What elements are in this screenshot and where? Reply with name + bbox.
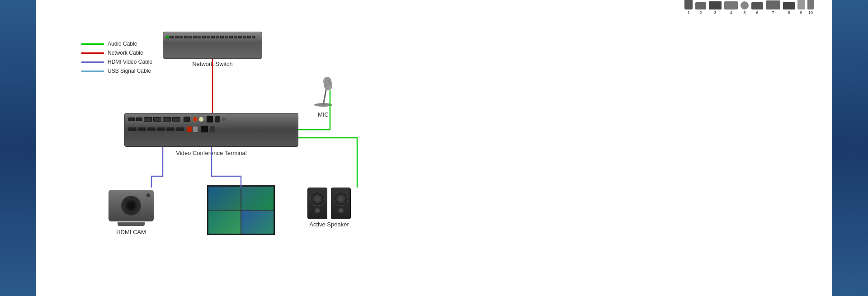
top-device-1: 1 — [684, 0, 693, 15]
top-device-10: 10 — [807, 0, 814, 15]
speaker-image — [307, 188, 351, 219]
switch-port — [179, 36, 183, 38]
network-label: Network Cable — [108, 50, 143, 56]
switch-port — [247, 36, 251, 38]
switch-port — [184, 36, 188, 38]
usb-label: USB Signal Cable — [108, 68, 151, 74]
switch-port — [166, 36, 170, 38]
legend-usb: USB Signal Cable — [81, 68, 152, 74]
top-device-4: 4 — [724, 1, 738, 15]
switch-port — [238, 36, 242, 38]
legend: Audio Cable Network Cable HDMI Video Cab… — [81, 41, 152, 77]
top-device-2: 2 — [695, 2, 706, 15]
switch-port — [229, 36, 233, 38]
top-device-6: 6 — [751, 2, 763, 15]
display-device — [207, 185, 275, 235]
legend-hdmi: HDMI Video Cable — [81, 59, 152, 65]
switch-port — [234, 36, 237, 38]
audio-label: Audio Cable — [108, 41, 137, 47]
svg-line-1 — [323, 88, 326, 105]
switch-port — [189, 36, 192, 38]
top-device-5: 5 — [741, 1, 749, 15]
network-switch-label: Network Switch — [163, 61, 262, 67]
switch-port — [216, 36, 219, 38]
switch-port — [220, 36, 224, 38]
top-device-9: 9 — [797, 0, 805, 15]
network-switch: Network Switch — [163, 32, 262, 67]
switch-ports — [163, 32, 262, 40]
top-device-3: 3 — [709, 1, 722, 15]
top-device-7: 7 — [766, 0, 780, 15]
speaker-right — [331, 188, 351, 219]
vct-device: Video Conference Terminal — [124, 113, 298, 156]
audio-line-icon — [81, 43, 104, 45]
switch-port — [170, 36, 174, 38]
mic-label: MIC — [307, 111, 339, 118]
cam-device: HDMI CAM — [106, 185, 156, 235]
switch-port — [243, 36, 246, 38]
cam-label: HDMI CAM — [106, 229, 156, 235]
speaker-device: Active Speaker — [307, 188, 351, 228]
speaker-label: Active Speaker — [307, 221, 351, 228]
legend-audio: Audio Cable — [81, 41, 152, 47]
left-panel — [0, 0, 36, 296]
switch-port — [202, 36, 206, 38]
vct-label: Video Conference Terminal — [124, 150, 298, 156]
mic-icon — [307, 68, 339, 108]
switch-port — [193, 36, 197, 38]
switch-port — [175, 36, 179, 38]
switch-port — [252, 36, 255, 38]
top-bar: 1 2 3 4 5 6 7 — [684, 0, 832, 14]
switch-port — [207, 36, 210, 38]
speaker-left — [307, 188, 327, 219]
switch-port — [198, 36, 201, 38]
legend-network: Network Cable — [81, 50, 152, 56]
hdmi-label: HDMI Video Cable — [108, 59, 152, 65]
top-icon-group: 1 2 3 4 5 6 7 — [684, 0, 814, 15]
svg-rect-2 — [323, 76, 333, 91]
usb-line-icon — [81, 70, 104, 72]
switch-port — [225, 36, 228, 38]
top-device-8: 8 — [783, 2, 795, 15]
network-line-icon — [81, 52, 104, 54]
main-content: 1 2 3 4 5 6 7 — [36, 0, 832, 296]
network-switch-image — [163, 32, 262, 59]
vct-image — [124, 113, 298, 147]
mic-device: MIC — [307, 68, 339, 118]
right-panel — [832, 0, 868, 296]
switch-port — [211, 36, 215, 38]
hdmi-line-icon — [81, 61, 104, 63]
